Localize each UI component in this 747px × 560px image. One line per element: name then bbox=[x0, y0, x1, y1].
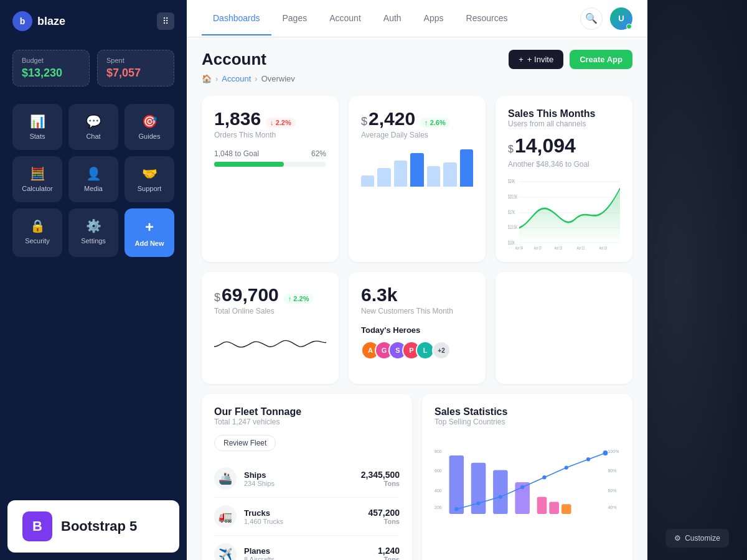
trucks-count: 1,460 Trucks bbox=[244, 518, 283, 525]
online-sales-prefix: $ bbox=[214, 291, 220, 304]
planes-name: Planes bbox=[244, 546, 275, 556]
search-button[interactable]: 🔍 bbox=[580, 7, 603, 30]
media-icon: 👤 bbox=[86, 166, 101, 181]
new-customers-value: 6.3k bbox=[361, 284, 397, 306]
fleet-card: Our Fleet Tonnage Total 1,247 vehicles R… bbox=[202, 394, 412, 560]
fleet-title: Our Fleet Tonnage bbox=[214, 406, 400, 418]
tab-dashboards[interactable]: Dashboards bbox=[202, 2, 271, 35]
new-customers-card: 6.3k New Customers This Month Today's He… bbox=[349, 272, 486, 384]
trucks-name: Trucks bbox=[244, 508, 283, 518]
tab-apps[interactable]: Apps bbox=[413, 2, 455, 35]
svg-rect-19 bbox=[449, 455, 464, 514]
tab-resources[interactable]: Resources bbox=[455, 2, 519, 35]
progress-label: 1,048 to Goal bbox=[214, 149, 259, 158]
review-fleet-button[interactable]: Review Fleet bbox=[214, 435, 276, 451]
svg-point-34 bbox=[542, 475, 546, 479]
fleet-subtitle: Total 1,247 vehicles bbox=[214, 418, 400, 426]
calculator-icon: 🧮 bbox=[30, 166, 45, 181]
new-customers-label: New Customers This Month bbox=[361, 307, 473, 315]
daily-sales-value: 2,420 bbox=[369, 108, 415, 129]
planes-info: Planes 8 Aircrafts bbox=[244, 546, 275, 561]
svg-text:800: 800 bbox=[435, 449, 442, 454]
create-app-button[interactable]: Create App bbox=[570, 50, 632, 69]
mini-bar-chart bbox=[361, 149, 473, 187]
spent-value: $7,057 bbox=[106, 67, 165, 80]
svg-text:Apr 10: Apr 10 bbox=[555, 245, 563, 250]
sales-month-card: Sales This Months Users from all channel… bbox=[496, 96, 632, 262]
sidebar-item-support[interactable]: 🤝 Support bbox=[125, 156, 174, 202]
bootstrap-icon: B bbox=[22, 511, 52, 541]
svg-text:$20.5K: $20.5K bbox=[508, 194, 517, 200]
svg-text:600: 600 bbox=[435, 469, 442, 473]
user-avatar[interactable]: U bbox=[610, 7, 632, 30]
sales-month-title: Sales This Months bbox=[508, 108, 620, 119]
breadcrumb-home: 🏠 bbox=[202, 74, 212, 83]
ships-value: 2,345,500 bbox=[361, 470, 400, 480]
tab-auth[interactable]: Auth bbox=[372, 2, 413, 35]
calculator-label: Calculator bbox=[22, 185, 53, 192]
support-icon: 🤝 bbox=[142, 166, 157, 181]
ships-count: 234 Ships bbox=[244, 480, 275, 487]
sidebar-item-security[interactable]: 🔒 Security bbox=[12, 208, 62, 257]
bootstrap-badge: B Bootstrap 5 bbox=[7, 500, 179, 553]
online-sales-label: Total Online Sales bbox=[214, 307, 326, 315]
sidebar-item-calculator[interactable]: 🧮 Calculator bbox=[12, 156, 62, 202]
orders-badge: ↓ 2.2% bbox=[266, 118, 296, 128]
planes-value-area: 1,240 Tons bbox=[378, 546, 400, 560]
page-title: Account bbox=[202, 50, 266, 69]
menu-icon[interactable]: ⠿ bbox=[157, 12, 174, 30]
invite-label: + Invite bbox=[527, 55, 553, 64]
svg-text:100%: 100% bbox=[608, 449, 619, 454]
sidebar-item-media[interactable]: 👤 Media bbox=[68, 156, 118, 202]
sales-month-amount: 14,094 bbox=[515, 134, 576, 157]
customize-label: Customize bbox=[685, 534, 720, 543]
bar-7 bbox=[460, 149, 473, 187]
spent-label: Spent bbox=[106, 57, 165, 64]
fleet-section: Our Fleet Tonnage Total 1,247 vehicles R… bbox=[202, 394, 632, 560]
sidebar-item-add-new[interactable]: + Add New bbox=[125, 208, 174, 257]
tab-account[interactable]: Account bbox=[318, 2, 372, 35]
bootstrap-text: Bootstrap 5 bbox=[61, 518, 137, 534]
logo-icon: b bbox=[12, 11, 32, 31]
orders-label: Orders This Month bbox=[214, 131, 326, 139]
invite-button[interactable]: + + Invite bbox=[509, 50, 563, 69]
sidebar-item-settings[interactable]: ⚙️ Settings bbox=[68, 208, 118, 257]
trucks-value: 457,200 bbox=[368, 508, 400, 518]
fleet-item-planes: ✈️ Planes 8 Aircrafts 1,240 Tons bbox=[214, 536, 400, 560]
svg-point-37 bbox=[603, 450, 608, 455]
budget-value: $13,230 bbox=[22, 67, 80, 80]
tab-pages[interactable]: Pages bbox=[271, 2, 319, 35]
app-name: blaze bbox=[37, 15, 65, 28]
security-icon: 🔒 bbox=[30, 218, 45, 233]
right-panel-bg bbox=[647, 0, 747, 560]
sidebar-item-chat[interactable]: 💬 Chat bbox=[68, 104, 118, 150]
svg-rect-20 bbox=[471, 463, 486, 514]
trucks-value-area: 457,200 Tons bbox=[368, 508, 400, 525]
svg-rect-25 bbox=[561, 504, 571, 514]
svg-text:$24K: $24K bbox=[508, 179, 515, 184]
customize-icon: ⚙ bbox=[674, 534, 681, 543]
logo-letter: b bbox=[20, 16, 26, 26]
sidebar-item-guides[interactable]: 🎯 Guides bbox=[125, 104, 174, 150]
daily-sales-label: Average Daily Sales bbox=[361, 131, 473, 139]
page-header: Account + + Invite Create App bbox=[202, 50, 632, 69]
breadcrumb-sep1: › bbox=[215, 74, 218, 83]
svg-text:40%: 40% bbox=[608, 505, 617, 510]
customize-button[interactable]: ⚙ Customize bbox=[665, 529, 729, 548]
media-label: Media bbox=[84, 185, 103, 192]
chat-label: Chat bbox=[86, 133, 100, 140]
sidebar-item-stats[interactable]: 📊 Stats bbox=[12, 104, 62, 150]
svg-text:Apr 07: Apr 07 bbox=[534, 245, 542, 250]
breadcrumb-sep2: › bbox=[255, 74, 257, 83]
breadcrumb: 🏠 › Account › Overwiev bbox=[202, 74, 632, 83]
ships-name: Ships bbox=[244, 470, 275, 480]
progress-percent: 62% bbox=[311, 149, 326, 158]
svg-text:$13.5K: $13.5K bbox=[508, 225, 517, 230]
top-nav-right: 🔍 U bbox=[580, 7, 632, 30]
logo-area: b blaze bbox=[12, 11, 65, 31]
breadcrumb-account[interactable]: Account bbox=[222, 74, 251, 83]
svg-rect-21 bbox=[493, 470, 508, 514]
invite-icon: + bbox=[519, 55, 524, 64]
svg-text:80%: 80% bbox=[608, 469, 617, 473]
bootstrap-letter: B bbox=[32, 518, 42, 534]
